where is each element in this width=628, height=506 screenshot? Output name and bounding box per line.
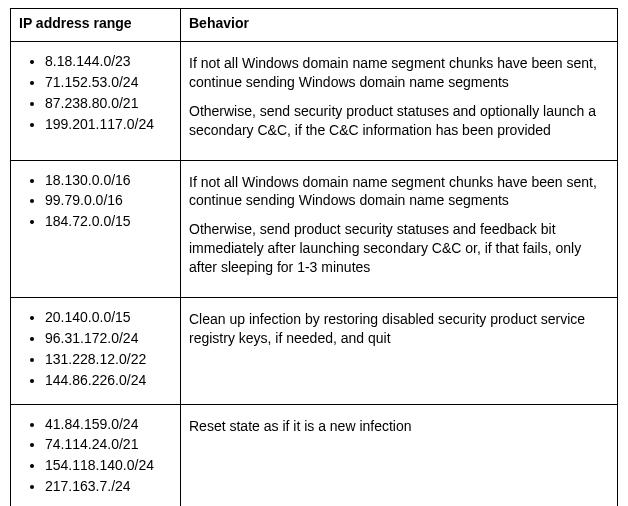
header-behavior: Behavior <box>181 9 618 42</box>
list-item: 154.118.140.0/24 <box>45 456 172 475</box>
ip-list: 18.130.0.0/16 99.79.0.0/16 184.72.0.0/15 <box>19 171 172 232</box>
cell-behavior: Clean up infection by restoring disabled… <box>181 298 618 405</box>
behavior-paragraph: If not all Windows domain name segment c… <box>189 54 609 92</box>
cell-ip-range: 20.140.0.0/15 96.31.172.0/24 131.228.12.… <box>11 298 181 405</box>
list-item: 71.152.53.0/24 <box>45 73 172 92</box>
table-row: 20.140.0.0/15 96.31.172.0/24 131.228.12.… <box>11 298 618 405</box>
cell-ip-range: 41.84.159.0/24 74.114.24.0/21 154.118.14… <box>11 404 181 506</box>
behavior-paragraph: If not all Windows domain name segment c… <box>189 173 609 211</box>
cell-ip-range: 18.130.0.0/16 99.79.0.0/16 184.72.0.0/15 <box>11 160 181 297</box>
document-page: IP address range Behavior 8.18.144.0/23 … <box>0 0 628 506</box>
table-row: 41.84.159.0/24 74.114.24.0/21 154.118.14… <box>11 404 618 506</box>
ip-list: 20.140.0.0/15 96.31.172.0/24 131.228.12.… <box>19 308 172 390</box>
behavior-paragraph: Clean up infection by restoring disabled… <box>189 310 609 348</box>
list-item: 96.31.172.0/24 <box>45 329 172 348</box>
header-ip-range: IP address range <box>11 9 181 42</box>
list-item: 74.114.24.0/21 <box>45 435 172 454</box>
list-item: 18.130.0.0/16 <box>45 171 172 190</box>
behavior-paragraph: Otherwise, send security product statuse… <box>189 102 609 140</box>
ip-list: 8.18.144.0/23 71.152.53.0/24 87.238.80.0… <box>19 52 172 134</box>
list-item: 144.86.226.0/24 <box>45 371 172 390</box>
table-body: 8.18.144.0/23 71.152.53.0/24 87.238.80.0… <box>11 42 618 507</box>
list-item: 99.79.0.0/16 <box>45 191 172 210</box>
behavior-paragraph: Reset state as if it is a new infection <box>189 417 609 436</box>
ip-list: 41.84.159.0/24 74.114.24.0/21 154.118.14… <box>19 415 172 497</box>
behavior-paragraph: Otherwise, send product security statuse… <box>189 220 609 277</box>
table-header-row: IP address range Behavior <box>11 9 618 42</box>
cell-behavior: If not all Windows domain name segment c… <box>181 42 618 161</box>
list-item: 217.163.7./24 <box>45 477 172 496</box>
list-item: 199.201.117.0/24 <box>45 115 172 134</box>
list-item: 184.72.0.0/15 <box>45 212 172 231</box>
list-item: 20.140.0.0/15 <box>45 308 172 327</box>
table-row: 8.18.144.0/23 71.152.53.0/24 87.238.80.0… <box>11 42 618 161</box>
list-item: 8.18.144.0/23 <box>45 52 172 71</box>
ip-behavior-table: IP address range Behavior 8.18.144.0/23 … <box>10 8 618 506</box>
list-item: 41.84.159.0/24 <box>45 415 172 434</box>
table-row: 18.130.0.0/16 99.79.0.0/16 184.72.0.0/15… <box>11 160 618 297</box>
list-item: 87.238.80.0/21 <box>45 94 172 113</box>
cell-behavior: If not all Windows domain name segment c… <box>181 160 618 297</box>
cell-behavior: Reset state as if it is a new infection <box>181 404 618 506</box>
cell-ip-range: 8.18.144.0/23 71.152.53.0/24 87.238.80.0… <box>11 42 181 161</box>
list-item: 131.228.12.0/22 <box>45 350 172 369</box>
